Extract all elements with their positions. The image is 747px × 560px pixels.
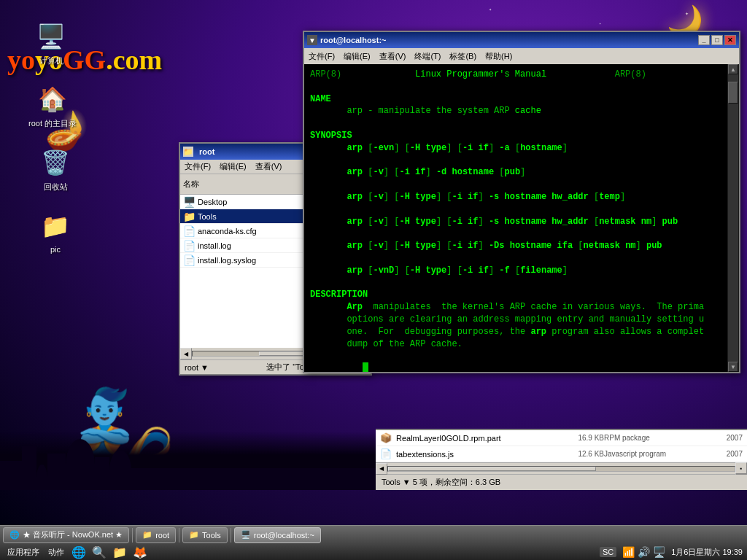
scroll-left-button[interactable]: ◀	[180, 348, 192, 359]
term-line	[310, 228, 721, 240]
actions-button[interactable]: 动作	[45, 545, 67, 559]
term-line: arp [-vnD] [-H type] [-i if] -f [filenam…	[310, 265, 721, 277]
taskbar-tools-button[interactable]: 📁 Tools	[182, 527, 228, 543]
bottom-statusbar: Tools ▼ 5 项，剩余空间：6.3 GB	[376, 474, 747, 490]
terminal-titlebar: ▼ root@localhost:~ _ □ ✕	[304, 32, 739, 48]
term-line: dump of the ARP cache.	[310, 338, 721, 351]
scrollbar-thumb[interactable]	[259, 351, 309, 356]
term-line: options are clearing an address mapping …	[310, 314, 721, 326]
folder-icon: 📁	[183, 211, 195, 222]
term-line	[310, 155, 721, 167]
scroll-track	[728, 74, 738, 362]
taskbar-root-fm-button[interactable]: 📁 root	[136, 527, 176, 543]
logo-area: yoyoGG.com	[7, 44, 153, 77]
tray-icons: 📶 🔊 🖥️	[622, 546, 665, 558]
term-line	[310, 179, 721, 191]
term-line	[310, 203, 721, 216]
scroll-left-button[interactable]: ◀	[376, 463, 387, 475]
scroll-down-button[interactable]: ▼	[728, 362, 738, 372]
term-line: SYNOPSIS	[310, 130, 721, 142]
volume-tray-icon[interactable]: 🔊	[638, 546, 650, 558]
scrollbar-thumb[interactable]	[388, 467, 596, 471]
file-icon: 📄	[183, 240, 195, 252]
taskbar: 🌐 ★ 音乐听厅 - NowOK.net ★ 📁 root 📁 Tools 🖥️…	[0, 525, 747, 560]
terminal-title: root@localhost:~	[320, 36, 698, 44]
term-line	[310, 252, 721, 265]
term-line: arp [-v] [-H type] [-i if] -Ds hostname …	[310, 240, 721, 252]
js-file-icon: 📄	[380, 448, 393, 459]
term-line: arp [-v] [-i if] -d hostname [pub]	[310, 166, 721, 179]
terminal-icon: 🖥️	[241, 530, 251, 540]
term-line: arp [-v] [-H type] [-i if] -s hostname h…	[310, 216, 721, 228]
quicklaunch-icon[interactable]: 🌐	[71, 545, 86, 559]
rpm-icon: 📦	[380, 432, 393, 443]
folder-icon: 📁	[189, 530, 199, 540]
menu-file[interactable]: 文件(F)	[183, 161, 212, 172]
home-label: root 的主目录	[28, 118, 77, 129]
terminal-icon: ▼	[307, 35, 317, 45]
terminal-minimize-button[interactable]: _	[698, 35, 710, 45]
folder-icon: 📁	[142, 530, 152, 540]
desktop: ✦ ✦ ✦ ✦ 🌙 yoyoGG.com 🪔 🧞 🖥️ 计算机 🏠 root 的…	[0, 0, 747, 525]
terminal-maximize-button[interactable]: □	[711, 35, 723, 45]
taskbar-music-button[interactable]: 🌐 ★ 音乐听厅 - NowOK.net ★	[3, 527, 129, 543]
datetime-display: 1月6日星期六 19:39	[671, 547, 743, 558]
file-icon: 📄	[183, 225, 195, 237]
bottom-file-panel: 📦 RealmLayerI0GOLD.rpm.part 16.9 KB RPM …	[376, 429, 747, 490]
desktop-icon-home[interactable]: 🏠 root 的主目录	[26, 79, 80, 132]
bottom-statusbar-text: Tools ▼ 5 项，剩余空间：6.3 GB	[382, 477, 500, 488]
display-tray-icon[interactable]: 🖥️	[653, 546, 665, 558]
pic-label: pic	[50, 245, 61, 254]
home-icon: 🏠	[35, 82, 70, 117]
taskbar-separator	[179, 528, 179, 542]
scroll-thumb[interactable]	[728, 82, 738, 104]
term-line: DESCRIPTION	[310, 289, 721, 301]
terminal-content[interactable]: ARP(8) Linux Programmer's Manual ARP(8) …	[304, 64, 727, 372]
term-menu-help[interactable]: 帮助(H)	[484, 51, 514, 62]
term-line: arp [-evn] [-H type] [-i if] -a [hostnam…	[310, 142, 721, 155]
menu-view[interactable]: 查看(V)	[254, 161, 284, 172]
network-tray-icon[interactable]: 📶	[622, 546, 635, 558]
bottom-file-row[interactable]: 📄 tabextensions.js 12.6 KB Javascript pr…	[376, 446, 747, 462]
terminal-scrollbar[interactable]: ▲ ▼	[727, 64, 739, 372]
desktop-icon-computer[interactable]: 🖥️ 计算机	[31, 16, 71, 69]
folder-icon: 🖥️	[183, 196, 195, 208]
bottom-horizontal-scrollbar[interactable]: ◀ ▶ ▪	[376, 462, 747, 474]
trash-label: 回收站	[44, 182, 68, 192]
computer-label: 计算机	[39, 55, 63, 66]
term-line: one. For debugging purposes, the arp pro…	[310, 326, 721, 338]
term-menu-view[interactable]: 查看(V)	[378, 51, 408, 62]
term-line: Arp manipulates the kernel's ARP cache i…	[310, 301, 721, 314]
term-menu-tabs[interactable]: 标签(B)	[448, 51, 478, 62]
quicklaunch-icon[interactable]: 🔍	[92, 545, 107, 559]
taskbar-terminal-button[interactable]: 🖥️ root@localhost:~	[234, 527, 321, 543]
terminal-menubar: 文件(F) 编辑(E) 查看(V) 终端(T) 标签(B) 帮助(H)	[304, 48, 739, 64]
quicklaunch-icon[interactable]: 📁	[112, 545, 127, 559]
taskbar-bottom: 应用程序 动作 🌐 🔍 📁 🦊 SC 📶 🔊 🖥️ 1月6日星期六 19:39	[0, 544, 747, 560]
terminal-close-button[interactable]: ✕	[724, 35, 736, 45]
language-indicator[interactable]: SC	[600, 547, 616, 557]
computer-icon: 🖥️	[34, 19, 69, 54]
desktop-icon-trash[interactable]: 🗑️ 回收站	[35, 142, 76, 195]
statusbar-path[interactable]: root ▼	[185, 363, 209, 372]
term-line	[310, 277, 721, 289]
terminal-body: ARP(8) Linux Programmer's Manual ARP(8) …	[304, 64, 739, 372]
scrollbar-track	[387, 466, 735, 472]
term-line: arp [-v] [-H type] [-i if] -s hostname h…	[310, 191, 721, 203]
term-menu-edit[interactable]: 编辑(E)	[342, 51, 372, 62]
term-menu-terminal[interactable]: 终端(T)	[413, 51, 442, 62]
logo-text: yoyoGG.com	[7, 44, 153, 76]
menu-edit[interactable]: 编辑(E)	[218, 161, 248, 172]
taskbar-left-buttons: 应用程序 动作 🌐 🔍 📁 🦊	[4, 545, 149, 559]
terminal-controls: _ □ ✕	[698, 35, 736, 45]
scrollbar-corner: ▪	[735, 462, 747, 474]
applications-button[interactable]: 应用程序	[4, 545, 42, 559]
scroll-up-button[interactable]: ▲	[728, 64, 738, 74]
quicklaunch-firefox-icon[interactable]: 🦊	[133, 545, 147, 559]
term-menu-file[interactable]: 文件(F)	[307, 51, 336, 62]
pic-folder-icon: 📁	[38, 209, 73, 244]
bottom-file-row[interactable]: 📦 RealmLayerI0GOLD.rpm.part 16.9 KB RPM …	[376, 430, 747, 446]
term-line	[310, 81, 721, 93]
taskbar-separator	[132, 528, 133, 542]
desktop-icon-pic[interactable]: 📁 pic	[35, 206, 76, 257]
